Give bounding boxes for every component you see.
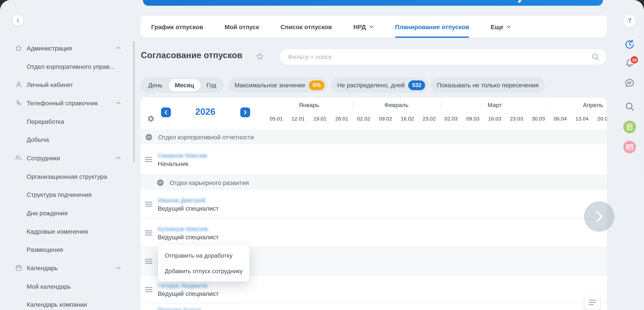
collapse-minus-icon[interactable] (145, 134, 152, 141)
tab-vacation-list[interactable]: Список отпусков (270, 15, 343, 38)
chevron-down-icon (369, 25, 374, 28)
max-value-badge: 0% (309, 80, 324, 90)
sidebar-item-personal-cabinet[interactable]: Личный кабинет (0, 76, 133, 94)
timeline-header: Январь Февраль Март Апрель 05.01 12.01 1… (265, 98, 607, 127)
row-context-menu: Отправить на доработку Добавить отпуск с… (158, 245, 249, 281)
sidebar-item-subordination[interactable]: Структура подчинения (0, 186, 133, 204)
sidebar-item-label: Телефонный справочник (27, 100, 98, 107)
date-cell: 23.03 (506, 112, 528, 125)
date-cell: 09.02 (374, 112, 396, 125)
sidebar-item-label: Календарь (27, 265, 58, 272)
chevron-up-icon (116, 266, 121, 270)
sidebar-item-calendar[interactable]: Календарь (0, 259, 133, 277)
people-icon (15, 155, 22, 162)
tab-more[interactable]: Еще (480, 15, 522, 38)
sidebar-item-administration[interactable]: Администрация (0, 39, 133, 57)
drag-handle-icon[interactable] (145, 258, 152, 264)
employee-row: Смирнов Максим Начальник (140, 145, 607, 175)
sidebar-item-label: Структура подчинения (27, 191, 92, 198)
date-cell: 06.04 (550, 112, 571, 125)
menu-item-add-vacation[interactable]: Добавить отпуск сотруднику (158, 263, 249, 279)
pink-app-icon[interactable] (623, 141, 636, 153)
menu-item-send-for-revision[interactable]: Отправить на доработку (158, 248, 249, 263)
employee-role: Ведущий специалист (158, 290, 219, 297)
date-cell: 16.03 (484, 112, 506, 125)
unallocated-days-chip[interactable]: Не распределено, дней 532 (331, 78, 428, 93)
tab-vacation-schedule[interactable]: График отпусков (140, 15, 214, 38)
chat-icon[interactable] (624, 78, 635, 89)
sidebar-item-hr-changes[interactable]: Кадровые изменения (0, 222, 133, 241)
drag-handle-icon[interactable] (145, 287, 152, 292)
sidebar-item-org-structure[interactable]: Организационная структура (0, 167, 133, 186)
history-icon[interactable] (624, 39, 635, 50)
department-group-row[interactable]: Отдел корпоративной отчетности (140, 130, 607, 145)
sidebar-item-company-calendar[interactable]: Календарь компании (0, 296, 133, 310)
top-blue-bar (143, 0, 603, 6)
view-month-button[interactable]: Месяц (168, 79, 200, 91)
sidebar-collapse-button[interactable] (12, 15, 23, 26)
favorite-star-icon[interactable] (256, 52, 264, 62)
tab-label: Еще (490, 23, 504, 30)
chevron-up-icon (116, 156, 121, 160)
sidebar-item-pererabotka[interactable]: Переработка (0, 112, 133, 131)
sidebar: Администрация Отдел корпоративного управ… (0, 0, 136, 310)
date-cell: 30.03 (528, 112, 550, 125)
tab-vacation-planning[interactable]: Планирование отпусков (384, 15, 480, 38)
gantt-rows: Отдел корпоративной отчетности Смирнов М… (140, 130, 607, 310)
year-next-button[interactable] (240, 107, 250, 117)
department-group-row[interactable]: Отдел карьерного развития (140, 175, 607, 190)
month-january: Январь (265, 98, 353, 113)
collapse-minus-icon[interactable] (157, 179, 164, 186)
right-toolbar: ? 16 (618, 0, 642, 310)
tab-nrd[interactable]: НРД (343, 15, 384, 38)
tabs-bar: График отпусков Мой отпуск Список отпуск… (140, 15, 607, 38)
sidebar-item-dobycha[interactable]: Добыча (0, 131, 133, 149)
drag-handle-icon[interactable] (145, 230, 152, 236)
help-button[interactable]: ? (623, 14, 636, 27)
date-cell: 05.01 (265, 112, 287, 125)
search-input[interactable] (287, 53, 591, 61)
employee-name-link[interactable]: Смирнов Максим (158, 152, 207, 159)
date-cell: 23.02 (418, 112, 440, 125)
search-icon[interactable] (591, 53, 599, 61)
green-app-icon[interactable] (623, 121, 636, 133)
employee-name-link[interactable]: Иванов Дмитрий (158, 197, 219, 204)
max-value-chip[interactable]: Максимальное значение 0% (228, 78, 328, 93)
list-view-button[interactable] (584, 295, 600, 310)
show-intersections-chip[interactable]: Показывать не только пересечения (430, 78, 545, 93)
employee-name-link[interactable]: Гигорук Людмила (158, 282, 219, 289)
tab-my-vacation[interactable]: Мой отпуск (214, 15, 270, 38)
sidebar-item-placements[interactable]: Размещения (0, 241, 133, 259)
sidebar-item-employees[interactable]: Сотрудники (0, 149, 133, 167)
year-prev-button[interactable] (161, 107, 171, 117)
sidebar-item-phone-directory[interactable]: Телефонный справочник (0, 94, 133, 112)
employee-role: Начальник (158, 160, 207, 167)
max-value-label: Максимальное значение (234, 82, 306, 89)
sidebar-item-corp-governance[interactable]: Отдел корпоративного управ... (0, 57, 133, 76)
month-april: Апрель (550, 98, 607, 113)
chevron-up-icon (116, 46, 121, 50)
notification-count-badge: 16 (631, 56, 638, 64)
date-cell: 12.01 (287, 112, 309, 125)
date-cell: 26.01 (331, 112, 353, 125)
sidebar-item-birthdays[interactable]: Дни рождения (0, 204, 133, 222)
scroll-right-button[interactable] (584, 201, 614, 232)
date-cell: 13.04 (571, 112, 593, 125)
employee-row: Кузнецов Максим Ведущий специалист (140, 219, 607, 247)
view-day-button[interactable]: День (142, 79, 168, 91)
unallocated-days-badge: 532 (408, 80, 425, 90)
sidebar-item-label: Организационная структура (27, 173, 107, 180)
tab-label: Планирование отпусков (395, 23, 469, 30)
unallocated-days-label: Не распределено, дней (337, 82, 405, 89)
toolbar-search-icon[interactable] (625, 102, 634, 111)
drag-handle-icon[interactable] (145, 201, 152, 207)
sidebar-scrollbar[interactable] (133, 41, 135, 162)
employee-role: Ведущий специалист (158, 205, 219, 212)
drag-handle-icon[interactable] (145, 157, 152, 162)
view-year-button[interactable]: Год (200, 79, 222, 91)
sidebar-item-my-calendar[interactable]: Мой календарь (0, 277, 133, 296)
employee-name-link[interactable]: Кузнецов Максим (158, 225, 219, 232)
notifications-bell-icon[interactable]: 16 (624, 58, 635, 68)
gear-icon[interactable] (147, 115, 155, 123)
employee-name-link[interactable]: Петрова Елена (158, 306, 201, 310)
